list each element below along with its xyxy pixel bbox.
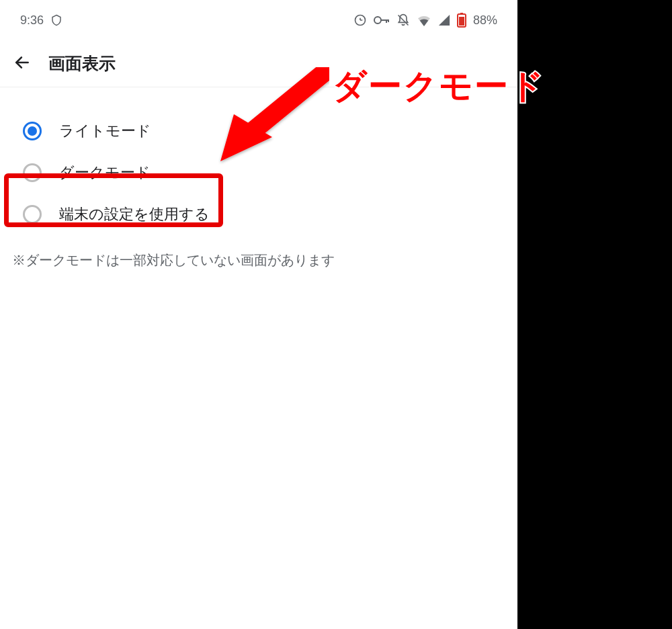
radio-icon bbox=[23, 163, 42, 182]
option-label: ダークモード bbox=[59, 163, 151, 183]
svg-rect-7 bbox=[460, 13, 463, 15]
option-use-device-setting[interactable]: 端末の設定を使用する bbox=[0, 194, 517, 235]
svg-rect-8 bbox=[459, 17, 464, 26]
option-light-mode[interactable]: ライトモード bbox=[0, 110, 517, 152]
radio-icon bbox=[23, 205, 42, 224]
wifi-icon bbox=[417, 14, 431, 26]
display-mode-options: ライトモード ダークモード 端末の設定を使用する bbox=[0, 87, 517, 235]
status-bar: 9:36 bbox=[0, 0, 517, 40]
callout-text: ダークモード bbox=[333, 64, 545, 109]
dark-mode-note: ※ダークモードは一部対応していない画面があります bbox=[0, 235, 517, 286]
sync-icon bbox=[353, 13, 367, 27]
status-time: 9:36 bbox=[20, 13, 44, 28]
back-button[interactable] bbox=[13, 54, 31, 74]
option-label: ライトモード bbox=[59, 121, 151, 141]
svg-rect-3 bbox=[386, 19, 387, 23]
radio-icon bbox=[23, 122, 42, 140]
shield-icon bbox=[50, 13, 62, 27]
svg-point-1 bbox=[374, 17, 381, 24]
svg-rect-4 bbox=[388, 19, 389, 22]
option-label: 端末の設定を使用する bbox=[59, 204, 210, 224]
battery-percentage: 88% bbox=[473, 13, 497, 28]
notifications-off-icon bbox=[396, 13, 410, 27]
vpn-key-icon bbox=[374, 15, 390, 26]
battery-icon bbox=[457, 13, 466, 28]
page-title: 画面表示 bbox=[48, 52, 116, 75]
option-dark-mode[interactable]: ダークモード bbox=[0, 152, 517, 194]
svg-rect-2 bbox=[381, 19, 388, 21]
signal-icon bbox=[438, 14, 450, 26]
